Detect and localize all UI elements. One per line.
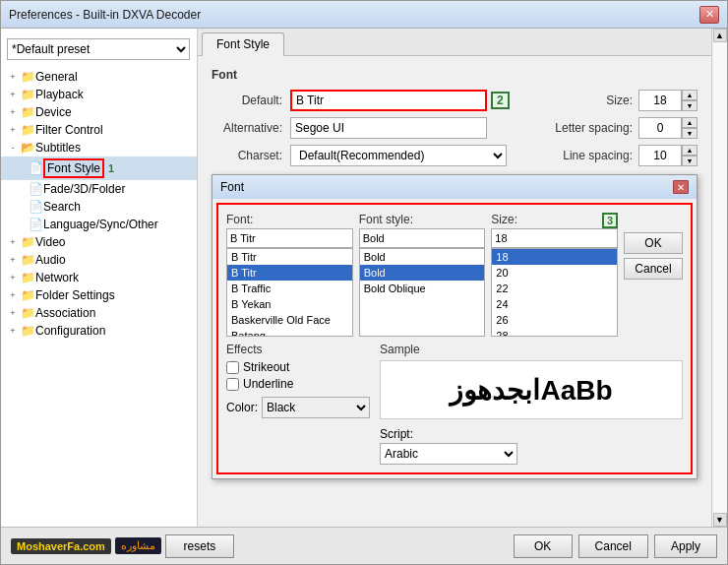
sidebar-item-subtitles[interactable]: - 📂 Subtitles: [1, 139, 197, 157]
spin-up[interactable]: ▲: [682, 145, 698, 156]
sidebar-item-playback[interactable]: + 📁 Playback: [1, 86, 197, 103]
spin-up[interactable]: ▲: [682, 117, 698, 128]
font-style-label: Font Style: [43, 158, 104, 178]
spin-up[interactable]: ▲: [682, 90, 698, 100]
folder-icon: 📁: [21, 123, 35, 137]
alternative-row: Alternative: Letter spacing: ▲ ▼: [212, 117, 698, 139]
line-spacing-input[interactable]: [638, 145, 682, 166]
list-item[interactable]: Bold: [360, 265, 485, 281]
default-row: Default: 2 Size: ▲ ▼: [212, 90, 698, 111]
page-icon: 📄: [29, 218, 43, 231]
font-style-col-label: Font style:: [359, 213, 486, 226]
spin-down[interactable]: ▼: [682, 100, 698, 111]
line-spacing-spinner[interactable]: ▲ ▼: [682, 145, 698, 166]
main-window: Preferences - Built-in DXVA Decoder ✕ *D…: [0, 0, 728, 565]
font-cancel-button[interactable]: Cancel: [624, 258, 683, 280]
size-dialog-input[interactable]: [491, 228, 618, 248]
strikeout-checkbox[interactable]: [226, 361, 239, 374]
tab-font-style[interactable]: Font Style: [202, 32, 284, 56]
sidebar-item-association[interactable]: + 📁 Association: [1, 304, 197, 322]
list-item[interactable]: Batang: [227, 328, 352, 337]
font-dialog-body: Font: B Titr B Titr B Traffic B Yekan Ba…: [216, 203, 693, 474]
main-content: *Default preset + 📁 General + 📁 Playback…: [1, 29, 727, 527]
underline-checkbox[interactable]: [226, 378, 239, 391]
expander-icon: -: [7, 142, 19, 154]
font-name-input[interactable]: [226, 228, 353, 248]
spin-down[interactable]: ▼: [682, 156, 698, 166]
sidebar-item-fade3d[interactable]: 📄 Fade/3D/Folder: [1, 180, 197, 198]
list-item[interactable]: B Traffic: [227, 281, 352, 296]
letter-spacing-spinner[interactable]: ▲ ▼: [682, 117, 698, 139]
folder-icon: 📁: [21, 105, 35, 119]
sidebar-item-general[interactable]: + 📁 General: [1, 68, 197, 86]
tab-bar: Font Style: [198, 29, 711, 56]
underline-label: Underline: [243, 377, 293, 391]
cancel-button[interactable]: Cancel: [578, 534, 648, 558]
default-font-input[interactable]: [290, 90, 487, 111]
list-item[interactable]: B Yekan: [227, 296, 352, 312]
watermark1: MoshaverFa.com: [11, 538, 111, 554]
sidebar-item-font-style[interactable]: 📄 Font Style 1: [1, 157, 197, 180]
charset-select[interactable]: Default(Recommended): [290, 145, 507, 166]
list-item[interactable]: 20: [492, 265, 617, 281]
folder-icon: 📁: [21, 253, 35, 267]
letter-spacing-input[interactable]: [638, 117, 682, 139]
close-button[interactable]: ✕: [699, 6, 719, 24]
color-select[interactable]: Black: [262, 397, 370, 418]
badge-1: 1: [108, 162, 114, 174]
font-columns: Font: B Titr B Titr B Traffic B Yekan Ba…: [226, 213, 683, 337]
resets-button[interactable]: resets: [165, 534, 234, 558]
folder-icon: 📂: [21, 141, 35, 155]
font-style-list[interactable]: Bold Bold Bold Oblique: [359, 248, 486, 337]
sidebar-item-network[interactable]: + 📁 Network: [1, 269, 197, 286]
list-item[interactable]: 24: [492, 296, 617, 312]
sidebar-item-filter-control[interactable]: + 📁 Filter Control: [1, 121, 197, 139]
expander-icon: +: [7, 289, 19, 301]
size-list[interactable]: 18 20 22 24 26 28 36: [491, 248, 618, 337]
alternative-label: Alternative:: [212, 121, 290, 135]
sidebar-item-audio[interactable]: + 📁 Audio: [1, 251, 197, 269]
effects-sample-row: Effects Strikeout Underline: [226, 343, 683, 465]
scroll-down[interactable]: ▼: [713, 513, 727, 527]
sidebar-item-search[interactable]: 📄 Search: [1, 198, 197, 216]
charset-row: Charset: Default(Recommended) Line spaci…: [212, 145, 698, 166]
list-item[interactable]: Bold: [360, 249, 485, 265]
list-item[interactable]: 22: [492, 281, 617, 296]
font-ok-button[interactable]: OK: [624, 232, 683, 254]
list-item[interactable]: Bold Oblique: [360, 281, 485, 296]
size-controls: Size: ▲ ▼: [606, 90, 698, 111]
sidebar-item-device[interactable]: + 📁 Device: [1, 103, 197, 121]
sidebar-item-configuration[interactable]: + 📁 Configuration: [1, 322, 197, 340]
font-name-list[interactable]: B Titr B Titr B Traffic B Yekan Baskervi…: [226, 248, 353, 337]
default-label: Default:: [212, 94, 290, 107]
list-item[interactable]: Baskerville Old Face: [227, 312, 352, 328]
sidebar-item-video[interactable]: + 📁 Video: [1, 233, 197, 251]
size-input[interactable]: [638, 90, 682, 111]
script-label: Script:: [380, 427, 683, 441]
list-item[interactable]: 28: [492, 328, 617, 337]
expander-icon: +: [7, 89, 19, 100]
list-item[interactable]: B Titr: [227, 249, 352, 265]
size-spinner[interactable]: ▲ ▼: [682, 90, 698, 111]
strikeout-row: Strikeout: [226, 360, 370, 374]
sidebar-item-language-sync[interactable]: 📄 Language/Sync/Other: [1, 216, 197, 233]
expander-icon: +: [7, 124, 19, 136]
preset-dropdown[interactable]: *Default preset: [7, 38, 190, 60]
folder-icon: 📁: [21, 288, 35, 302]
list-item[interactable]: 18: [492, 249, 617, 265]
ok-button[interactable]: OK: [514, 534, 573, 558]
font-style-input[interactable]: [359, 228, 486, 248]
sidebar-item-folder-settings[interactable]: + 📁 Folder Settings: [1, 286, 197, 304]
effects-title: Effects: [226, 343, 370, 356]
list-item[interactable]: 26: [492, 312, 617, 328]
font-dialog-close-button[interactable]: ✕: [673, 180, 689, 194]
script-select[interactable]: Arabic: [380, 443, 517, 465]
alternative-font-input[interactable]: [290, 117, 487, 139]
list-item[interactable]: B Titr: [227, 265, 352, 281]
expander-icon: +: [7, 236, 19, 248]
apply-button[interactable]: Apply: [654, 534, 717, 558]
spin-down[interactable]: ▼: [682, 128, 698, 139]
expander-icon: +: [7, 71, 19, 83]
scroll-up[interactable]: ▲: [713, 29, 727, 42]
right-scrollbar[interactable]: ▲ ▼: [711, 29, 727, 527]
